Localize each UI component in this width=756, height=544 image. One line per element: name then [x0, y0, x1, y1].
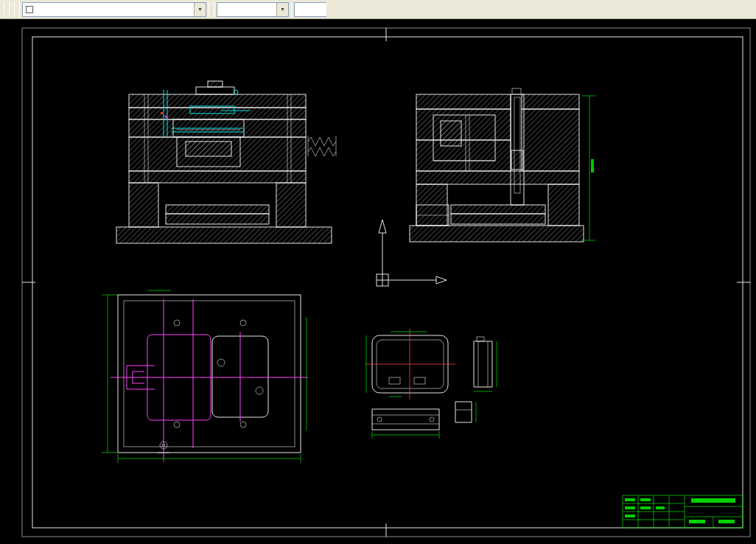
plan-view: [102, 290, 308, 463]
toolbar-separator: [4, 2, 4, 17]
linetype-combo-arrow-icon[interactable]: ▼: [194, 3, 206, 16]
side-section-view: [410, 88, 595, 242]
toolbar-separator: [291, 2, 292, 17]
side-view-dimension: [582, 96, 595, 240]
toolbar-separator: [209, 2, 209, 17]
front-section-view: [116, 81, 336, 243]
standard-combo-arrow-icon[interactable]: ▼: [276, 3, 288, 16]
linetype-combo[interactable]: ▼: [22, 2, 206, 17]
standard-combo[interactable]: ▼: [217, 2, 289, 17]
title-block: [623, 495, 743, 528]
toolbar-separator: [214, 2, 214, 17]
clipped-combo[interactable]: [294, 2, 326, 17]
main-toolbar: ▼ ▼: [0, 0, 756, 19]
toolbar-separator: [14, 2, 15, 17]
linetype-swatch-icon: [26, 6, 33, 13]
drawing-canvas[interactable]: [0, 19, 756, 544]
toolbar-separator: [9, 2, 10, 17]
detail-views: [365, 329, 497, 439]
cad-drawing[interactable]: [0, 19, 756, 544]
toolbar-separator: [19, 2, 20, 17]
plan-centerlines: [111, 299, 308, 461]
